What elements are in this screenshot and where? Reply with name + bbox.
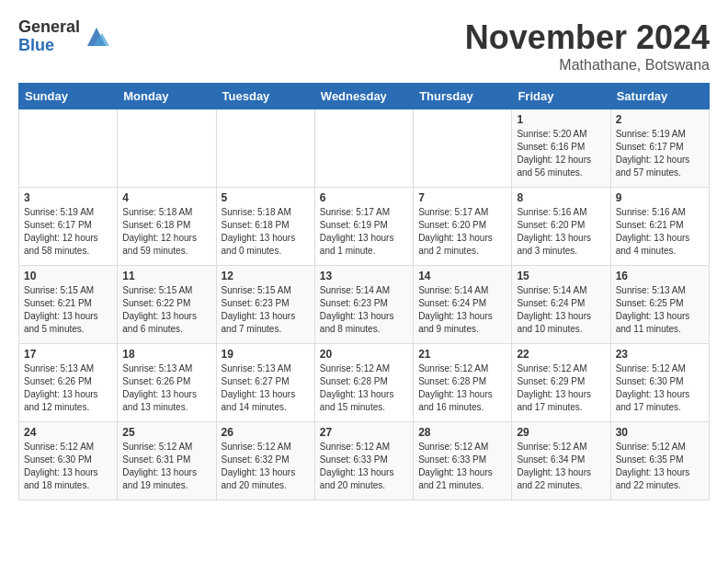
logo-general-text: General — [18, 18, 80, 37]
day-info: Sunrise: 5:12 AM Sunset: 6:28 PM Dayligh… — [418, 362, 506, 414]
calendar-table: Sunday Monday Tuesday Wednesday Thursday… — [18, 83, 710, 500]
calendar-week-row: 1Sunrise: 5:20 AM Sunset: 6:16 PM Daylig… — [19, 109, 710, 188]
day-number: 6 — [320, 191, 408, 204]
header-sunday: Sunday — [19, 84, 118, 109]
calendar-cell: 11Sunrise: 5:15 AM Sunset: 6:22 PM Dayli… — [118, 266, 216, 344]
day-info: Sunrise: 5:12 AM Sunset: 6:30 PM Dayligh… — [24, 441, 112, 492]
calendar-cell: 16Sunrise: 5:13 AM Sunset: 6:25 PM Dayli… — [610, 266, 709, 344]
header-wednesday: Wednesday — [314, 84, 413, 109]
calendar-cell: 29Sunrise: 5:12 AM Sunset: 6:34 PM Dayli… — [512, 422, 610, 500]
calendar-cell: 7Sunrise: 5:17 AM Sunset: 6:20 PM Daylig… — [414, 188, 512, 266]
title-area: November 2024 Mathathane, Botswana — [465, 18, 710, 74]
month-title: November 2024 — [465, 18, 710, 57]
day-number: 23 — [616, 348, 704, 361]
day-info: Sunrise: 5:13 AM Sunset: 6:26 PM Dayligh… — [24, 362, 112, 414]
day-info: Sunrise: 5:13 AM Sunset: 6:25 PM Dayligh… — [616, 284, 704, 336]
day-number: 22 — [517, 348, 605, 361]
day-info: Sunrise: 5:19 AM Sunset: 6:17 PM Dayligh… — [24, 206, 112, 258]
logo: General Blue — [18, 18, 109, 55]
day-number: 2 — [616, 113, 704, 126]
day-info: Sunrise: 5:12 AM Sunset: 6:33 PM Dayligh… — [320, 441, 408, 492]
calendar-cell: 6Sunrise: 5:17 AM Sunset: 6:19 PM Daylig… — [314, 188, 413, 266]
weekday-header-row: Sunday Monday Tuesday Wednesday Thursday… — [19, 84, 710, 109]
logo-blue-text: Blue — [18, 37, 80, 55]
day-info: Sunrise: 5:12 AM Sunset: 6:28 PM Dayligh… — [320, 362, 408, 414]
day-info: Sunrise: 5:15 AM Sunset: 6:23 PM Dayligh… — [222, 284, 310, 336]
day-info: Sunrise: 5:13 AM Sunset: 6:27 PM Dayligh… — [222, 362, 310, 414]
calendar-cell: 22Sunrise: 5:12 AM Sunset: 6:29 PM Dayli… — [512, 344, 610, 422]
calendar-cell: 5Sunrise: 5:18 AM Sunset: 6:18 PM Daylig… — [216, 188, 314, 266]
calendar-cell — [19, 109, 118, 188]
day-info: Sunrise: 5:17 AM Sunset: 6:20 PM Dayligh… — [418, 206, 506, 258]
calendar-cell: 25Sunrise: 5:12 AM Sunset: 6:31 PM Dayli… — [118, 422, 216, 500]
calendar-cell: 27Sunrise: 5:12 AM Sunset: 6:33 PM Dayli… — [314, 422, 413, 500]
day-number: 8 — [517, 191, 605, 204]
header-tuesday: Tuesday — [216, 84, 314, 109]
day-number: 18 — [122, 348, 210, 361]
day-info: Sunrise: 5:12 AM Sunset: 6:33 PM Dayligh… — [418, 441, 506, 492]
day-number: 21 — [418, 348, 506, 361]
calendar-week-row: 10Sunrise: 5:15 AM Sunset: 6:21 PM Dayli… — [19, 266, 710, 344]
day-number: 17 — [24, 348, 112, 361]
day-number: 11 — [122, 270, 210, 282]
calendar-cell: 19Sunrise: 5:13 AM Sunset: 6:27 PM Dayli… — [216, 344, 314, 422]
day-info: Sunrise: 5:13 AM Sunset: 6:26 PM Dayligh… — [122, 362, 210, 414]
calendar-cell: 24Sunrise: 5:12 AM Sunset: 6:30 PM Dayli… — [19, 422, 118, 500]
day-info: Sunrise: 5:17 AM Sunset: 6:19 PM Dayligh… — [320, 206, 408, 258]
day-info: Sunrise: 5:14 AM Sunset: 6:24 PM Dayligh… — [418, 284, 506, 336]
calendar-cell: 8Sunrise: 5:16 AM Sunset: 6:20 PM Daylig… — [512, 188, 610, 266]
day-number: 9 — [616, 191, 704, 204]
calendar-cell: 10Sunrise: 5:15 AM Sunset: 6:21 PM Dayli… — [19, 266, 118, 344]
day-number: 24 — [24, 426, 112, 439]
day-info: Sunrise: 5:12 AM Sunset: 6:31 PM Dayligh… — [122, 441, 210, 492]
day-number: 3 — [24, 191, 112, 204]
day-number: 4 — [122, 191, 210, 204]
page-header: General Blue November 2024 Mathathane, B… — [18, 18, 710, 74]
day-info: Sunrise: 5:12 AM Sunset: 6:32 PM Dayligh… — [222, 441, 310, 492]
day-number: 27 — [320, 426, 408, 439]
calendar-cell: 26Sunrise: 5:12 AM Sunset: 6:32 PM Dayli… — [216, 422, 314, 500]
calendar-cell: 9Sunrise: 5:16 AM Sunset: 6:21 PM Daylig… — [610, 188, 709, 266]
day-number: 20 — [320, 348, 408, 361]
day-info: Sunrise: 5:12 AM Sunset: 6:35 PM Dayligh… — [616, 441, 704, 492]
day-info: Sunrise: 5:15 AM Sunset: 6:22 PM Dayligh… — [122, 284, 210, 336]
day-info: Sunrise: 5:20 AM Sunset: 6:16 PM Dayligh… — [517, 128, 605, 179]
day-info: Sunrise: 5:12 AM Sunset: 6:34 PM Dayligh… — [517, 441, 605, 492]
calendar-cell — [414, 109, 512, 188]
calendar-cell: 15Sunrise: 5:14 AM Sunset: 6:24 PM Dayli… — [512, 266, 610, 344]
calendar-cell: 3Sunrise: 5:19 AM Sunset: 6:17 PM Daylig… — [19, 188, 118, 266]
calendar-cell: 18Sunrise: 5:13 AM Sunset: 6:26 PM Dayli… — [118, 344, 216, 422]
day-number: 16 — [616, 270, 704, 282]
calendar-cell: 17Sunrise: 5:13 AM Sunset: 6:26 PM Dayli… — [19, 344, 118, 422]
calendar-week-row: 3Sunrise: 5:19 AM Sunset: 6:17 PM Daylig… — [19, 188, 710, 266]
day-number: 28 — [418, 426, 506, 439]
calendar-cell: 14Sunrise: 5:14 AM Sunset: 6:24 PM Dayli… — [414, 266, 512, 344]
calendar-cell: 23Sunrise: 5:12 AM Sunset: 6:30 PM Dayli… — [610, 344, 709, 422]
day-info: Sunrise: 5:16 AM Sunset: 6:20 PM Dayligh… — [517, 206, 605, 258]
calendar-cell — [216, 109, 314, 188]
calendar-cell: 30Sunrise: 5:12 AM Sunset: 6:35 PM Dayli… — [610, 422, 709, 500]
day-number: 29 — [517, 426, 605, 439]
calendar-cell: 2Sunrise: 5:19 AM Sunset: 6:17 PM Daylig… — [610, 109, 709, 188]
day-number: 14 — [418, 270, 506, 282]
calendar-cell — [118, 109, 216, 188]
calendar-week-row: 24Sunrise: 5:12 AM Sunset: 6:30 PM Dayli… — [19, 422, 710, 500]
header-friday: Friday — [512, 84, 610, 109]
calendar-week-row: 17Sunrise: 5:13 AM Sunset: 6:26 PM Dayli… — [19, 344, 710, 422]
calendar-cell: 21Sunrise: 5:12 AM Sunset: 6:28 PM Dayli… — [414, 344, 512, 422]
calendar-cell: 1Sunrise: 5:20 AM Sunset: 6:16 PM Daylig… — [512, 109, 610, 188]
day-number: 1 — [517, 113, 605, 126]
calendar-cell: 4Sunrise: 5:18 AM Sunset: 6:18 PM Daylig… — [118, 188, 216, 266]
calendar-cell: 20Sunrise: 5:12 AM Sunset: 6:28 PM Dayli… — [314, 344, 413, 422]
day-number: 13 — [320, 270, 408, 282]
calendar-cell: 13Sunrise: 5:14 AM Sunset: 6:23 PM Dayli… — [314, 266, 413, 344]
day-number: 26 — [222, 426, 310, 439]
day-number: 19 — [222, 348, 310, 361]
header-saturday: Saturday — [610, 84, 709, 109]
day-info: Sunrise: 5:14 AM Sunset: 6:23 PM Dayligh… — [320, 284, 408, 336]
location-subtitle: Mathathane, Botswana — [465, 57, 710, 74]
day-number: 30 — [616, 426, 704, 439]
day-number: 25 — [122, 426, 210, 439]
day-number: 12 — [222, 270, 310, 282]
day-info: Sunrise: 5:18 AM Sunset: 6:18 PM Dayligh… — [122, 206, 210, 258]
